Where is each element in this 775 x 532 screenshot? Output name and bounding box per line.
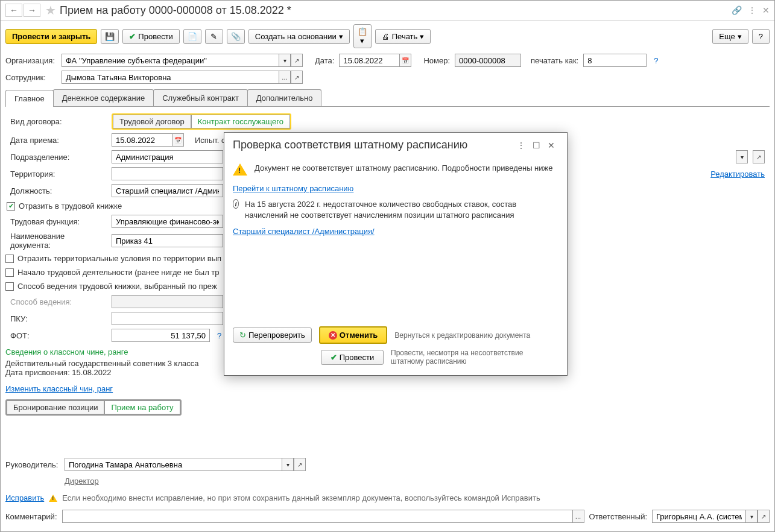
back-button[interactable]: ← (5, 4, 22, 17)
labor-func-label: Трудовая функция: (10, 217, 107, 226)
hire-date-picker[interactable]: 📅 (172, 133, 184, 147)
head-label: Руководитель: (5, 460, 60, 469)
org-open[interactable]: ↗ (291, 54, 303, 67)
doc-name-label: Наименование документа: (10, 232, 107, 250)
post-and-close-button[interactable]: Провести и закрыть (5, 29, 97, 44)
pku-label: ПКУ: (10, 314, 107, 323)
print-as-label: печатать как: (531, 56, 578, 65)
number-input[interactable] (455, 54, 521, 67)
employee-open[interactable]: ↗ (291, 71, 303, 84)
fix-link[interactable]: Исправить (5, 493, 44, 502)
resp-dropdown[interactable]: ▾ (745, 510, 758, 523)
resp-label: Ответственный: (589, 512, 647, 521)
date-picker[interactable]: 📅 (399, 54, 411, 67)
dept-open[interactable]: ↗ (753, 150, 765, 163)
post-button[interactable]: ✔Провести (122, 29, 180, 44)
seg-booking[interactable]: Бронирование позиции (7, 401, 104, 414)
report-button[interactable]: 📄 (183, 29, 201, 44)
print-as-input[interactable] (583, 54, 647, 67)
tab-extra[interactable]: Дополнительно (247, 89, 322, 106)
favorite-icon[interactable]: ★ (45, 3, 56, 17)
dept-input[interactable] (112, 150, 223, 163)
org-dropdown[interactable]: ▾ (279, 54, 291, 67)
comment-select[interactable]: … (572, 510, 584, 523)
extra-button[interactable]: 📋▾ (353, 24, 372, 48)
resp-input[interactable] (652, 510, 745, 523)
more-button[interactable]: Еще ▾ (712, 29, 748, 44)
tab-contract[interactable]: Служебный контракт (153, 89, 248, 106)
chk-start[interactable] (5, 268, 14, 277)
dialog-post-button[interactable]: ✔ Провести (321, 350, 384, 365)
chk-method[interactable] (5, 282, 14, 291)
create-based-button[interactable]: Создать на основании ▾ (248, 29, 350, 44)
date-label: Дата: (315, 56, 334, 65)
method-label: Способ ведения: (10, 297, 107, 306)
doc-name-input[interactable] (112, 234, 223, 247)
close-icon[interactable]: ✕ (762, 5, 770, 15)
cancel-button[interactable]: ✕ Отменить (319, 326, 388, 344)
dept-dropdown[interactable]: ▾ (736, 150, 748, 163)
print-button[interactable]: 🖨 Печать ▾ (375, 29, 431, 44)
number-label: Номер: (423, 56, 450, 65)
menu-icon[interactable]: ⋮ (748, 5, 756, 15)
pku-input[interactable] (112, 312, 223, 325)
tab-money[interactable]: Денежное содержание (53, 89, 154, 106)
seg-labor-contract[interactable]: Трудовой договор (113, 115, 191, 128)
date-input[interactable] (339, 54, 399, 67)
dialog-title: Проверка соответствия штатному расписани… (233, 139, 513, 151)
help-button[interactable]: ? (752, 29, 770, 44)
save-button[interactable]: 💾 (101, 29, 119, 44)
link-icon[interactable]: 🔗 (732, 5, 742, 15)
attach-button[interactable]: 📎 (227, 29, 245, 44)
comment-label: Комментарий: (5, 512, 57, 521)
forward-button[interactable]: → (24, 4, 40, 17)
print-as-help[interactable]: ? (654, 56, 658, 65)
change-rank-link[interactable]: Изменить классный чин, ранг (5, 384, 113, 393)
window-title: Прием на работу 0000-000008 от 15.08.202… (60, 4, 732, 17)
head-dropdown[interactable]: ▾ (282, 458, 294, 471)
fot-label: ФОТ: (10, 331, 107, 340)
employee-select[interactable]: … (279, 71, 291, 84)
seg-hire[interactable]: Прием на работу (104, 401, 180, 414)
info-icon: i (233, 199, 239, 209)
position-label: Должность: (10, 186, 107, 195)
dept-label: Подразделение: (10, 153, 107, 162)
recheck-button[interactable]: ↻ Перепроверить (233, 328, 312, 343)
labor-func-input[interactable] (112, 215, 223, 228)
fot-help[interactable]: ? (217, 331, 221, 340)
goto-schedule-link[interactable]: Перейти к штатному расписанию (233, 184, 353, 193)
reflect-workbook-checkbox[interactable]: ✔ (7, 202, 15, 211)
comment-input[interactable] (62, 510, 572, 523)
territory-input[interactable] (112, 167, 223, 180)
director-link[interactable]: Директор (65, 477, 99, 486)
resp-open[interactable]: ↗ (758, 510, 770, 523)
dialog-info-msg: На 15 августа 2022 г. недостаточное коли… (245, 199, 558, 221)
hire-date-input[interactable] (112, 133, 172, 147)
fix-msg: Если необходимо внести исправление, но п… (62, 493, 540, 502)
post-help: Провести, несмотря на несоответствие шта… (391, 349, 548, 366)
position-link[interactable]: Старший специалист /Администрация/ (233, 227, 375, 236)
reflect-workbook-label: Отразить в трудовой книжке (19, 201, 122, 211)
employee-input[interactable] (62, 71, 279, 84)
method-input (112, 295, 223, 308)
head-open[interactable]: ↗ (294, 458, 306, 471)
tab-main[interactable]: Главное (5, 90, 54, 107)
edit-icon-button[interactable]: ✎ (205, 29, 223, 44)
fot-input[interactable] (112, 329, 210, 342)
employee-label: Сотрудник: (5, 73, 57, 82)
position-input[interactable] (112, 184, 223, 197)
dialog-maximize-icon[interactable]: ☐ (529, 139, 544, 151)
dialog-warn-msg: Документ не соответствует штатному распи… (255, 163, 552, 173)
validation-dialog: Проверка соответствия штатному расписани… (224, 132, 568, 376)
dialog-menu-icon[interactable]: ⋮ (513, 139, 529, 151)
warning-icon (233, 163, 247, 176)
warning-icon (49, 495, 57, 502)
chk-territory[interactable] (5, 255, 14, 263)
edit-link[interactable]: Редактировать (710, 169, 765, 179)
dialog-close-icon[interactable]: ✕ (544, 139, 558, 151)
territory-label: Территория: (10, 169, 107, 179)
org-input[interactable] (62, 54, 279, 67)
contract-type-label: Вид договора: (10, 117, 107, 126)
seg-gov-contract[interactable]: Контракт госслужащего (191, 115, 290, 128)
head-input[interactable] (65, 458, 282, 471)
